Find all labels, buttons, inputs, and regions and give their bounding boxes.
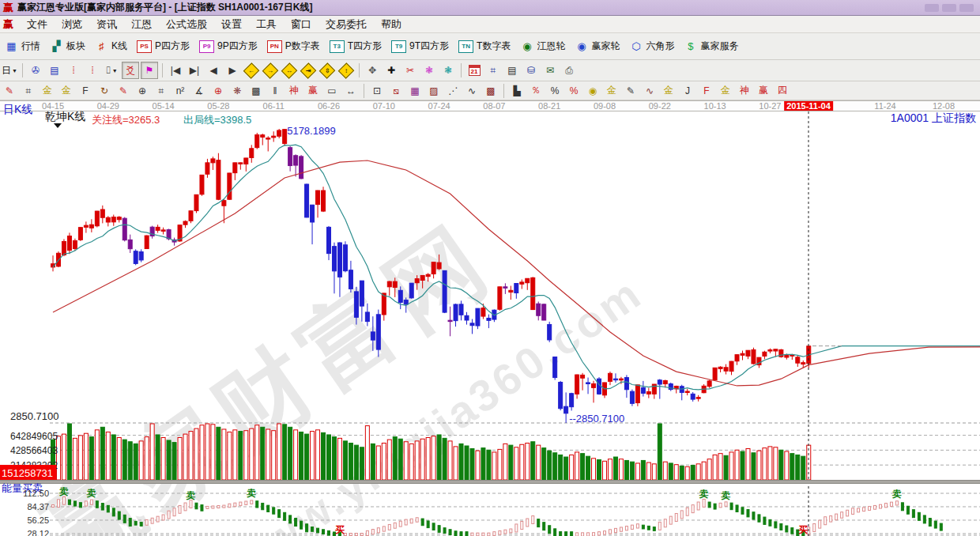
volume-bar bbox=[426, 437, 430, 480]
energy-bar bbox=[852, 508, 854, 515]
energy-bar bbox=[306, 524, 308, 532]
volume-bar bbox=[757, 451, 761, 480]
energy-bar bbox=[151, 518, 153, 523]
kline-type-dropdown-icon[interactable] bbox=[54, 123, 62, 128]
energy-bar bbox=[284, 512, 286, 520]
volume-bar bbox=[553, 453, 557, 480]
energy-bar bbox=[537, 519, 540, 527]
candle-body bbox=[228, 173, 232, 199]
energy-bar bbox=[421, 519, 424, 526]
candle-body bbox=[128, 240, 132, 248]
volume-bar bbox=[526, 444, 530, 480]
energy-bar bbox=[267, 505, 270, 511]
kline-chart[interactable]: 卖卖卖卖买卖卖买卖 bbox=[0, 0, 980, 536]
energy-bar bbox=[703, 499, 705, 507]
candle-body bbox=[575, 375, 579, 394]
volume-bar bbox=[222, 429, 226, 480]
energy-bar bbox=[775, 522, 777, 528]
candle-body bbox=[327, 227, 331, 253]
volume-bar bbox=[492, 452, 496, 480]
energy-bar bbox=[162, 515, 164, 520]
energy-bar bbox=[863, 508, 865, 511]
candle-body bbox=[592, 383, 596, 387]
candle-body bbox=[520, 282, 524, 284]
volume-bar bbox=[211, 425, 215, 480]
sell-signal: 卖 bbox=[86, 488, 96, 499]
candle-body bbox=[283, 130, 287, 144]
energy-bar bbox=[571, 532, 573, 536]
candle-body bbox=[448, 320, 452, 322]
energy-bar bbox=[869, 507, 871, 511]
candle-body bbox=[746, 350, 750, 356]
energy-bar bbox=[890, 502, 892, 506]
candle-body bbox=[542, 304, 546, 320]
energy-bar bbox=[101, 504, 104, 511]
energy-bar bbox=[212, 506, 214, 508]
candle-body bbox=[161, 230, 165, 232]
energy-bar bbox=[57, 500, 59, 508]
candle-body bbox=[111, 217, 115, 222]
energy-bar bbox=[895, 501, 898, 505]
candle-body bbox=[597, 379, 601, 394]
energy-bar bbox=[906, 506, 909, 514]
volume-bar bbox=[785, 451, 789, 480]
candle-body bbox=[217, 160, 220, 200]
energy-bar bbox=[554, 529, 556, 536]
candle-body bbox=[658, 380, 662, 384]
candle-body bbox=[100, 209, 104, 217]
energy-bar bbox=[686, 508, 688, 515]
candle-body bbox=[707, 381, 711, 387]
pane-divider[interactable] bbox=[0, 480, 980, 484]
volume-bar bbox=[448, 441, 452, 480]
volume-bar bbox=[111, 435, 115, 480]
energy-bar bbox=[273, 508, 275, 514]
volume-bar bbox=[62, 434, 66, 480]
candle-body bbox=[470, 323, 474, 326]
energy-bar bbox=[874, 505, 876, 509]
ma-slow-line bbox=[53, 160, 808, 386]
energy-bar bbox=[140, 523, 142, 527]
energy-bar bbox=[593, 533, 595, 536]
candle-body bbox=[311, 205, 315, 222]
energy-bar bbox=[123, 515, 126, 523]
energy-bar bbox=[824, 517, 827, 525]
energy-bar bbox=[195, 503, 198, 509]
candle-body bbox=[548, 324, 552, 339]
energy-bar bbox=[460, 532, 462, 536]
energy-bar bbox=[548, 526, 551, 534]
energy-bar bbox=[112, 508, 115, 516]
volume-bar bbox=[337, 438, 341, 480]
energy-bar bbox=[62, 497, 65, 505]
energy-bar bbox=[664, 519, 666, 527]
volume-bar bbox=[283, 425, 287, 480]
candle-body bbox=[261, 135, 265, 138]
sell-signal: 卖 bbox=[186, 490, 196, 501]
energy-bar bbox=[349, 534, 352, 536]
energy-bar bbox=[156, 516, 159, 522]
volume-bar bbox=[763, 448, 767, 480]
candle-body bbox=[426, 274, 430, 277]
volume-bar bbox=[250, 428, 254, 480]
volume-bar bbox=[454, 447, 458, 480]
candle-body bbox=[420, 275, 424, 280]
energy-bar bbox=[747, 510, 749, 517]
energy-bar bbox=[934, 521, 937, 528]
energy-bar bbox=[741, 508, 744, 515]
candle-body bbox=[134, 251, 138, 264]
high-annotation: 5178.1899 bbox=[287, 125, 335, 137]
candle-body bbox=[487, 318, 491, 320]
candle-body bbox=[531, 277, 535, 309]
energy-bar bbox=[355, 534, 357, 536]
candle-body bbox=[382, 293, 386, 315]
energy-bar bbox=[416, 518, 418, 523]
volume-bar bbox=[100, 427, 104, 480]
energy-bar bbox=[96, 501, 98, 508]
volume-bar bbox=[360, 447, 364, 480]
energy-bar bbox=[311, 527, 314, 532]
energy-bar bbox=[289, 515, 292, 523]
volume-bar bbox=[150, 424, 154, 480]
energy-bar bbox=[841, 512, 843, 519]
volume-bar bbox=[73, 438, 77, 480]
kline-type-selector[interactable]: 乾坤K线 bbox=[45, 110, 85, 124]
candle-body bbox=[294, 156, 298, 165]
